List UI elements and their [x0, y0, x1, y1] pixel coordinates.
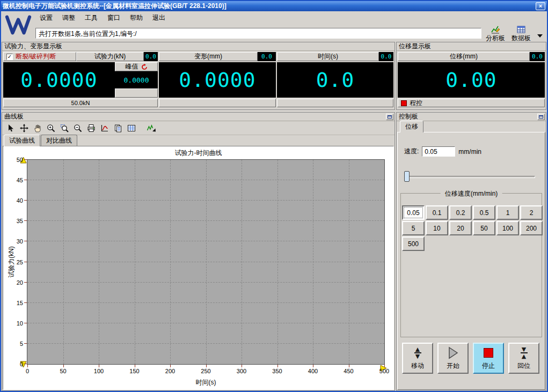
control-float-button[interactable]: [537, 114, 545, 120]
zoom-out-button[interactable]: [71, 122, 84, 134]
slider-track[interactable]: [404, 176, 535, 178]
chart-title: 试验力-时间曲线: [3, 149, 393, 158]
peak-filler: [115, 88, 158, 98]
x-tick-label: 200: [165, 368, 175, 374]
curve-setup-icon: [100, 124, 109, 132]
menu-window[interactable]: 窗口: [103, 12, 125, 24]
fracture-checkbox[interactable]: ✓ 断裂/破碎判断: [3, 52, 76, 61]
speed-preset-button[interactable]: 2: [520, 205, 543, 220]
status-bar: 共打开数据1条,当前位置为1,编号:/ 分析板: [1, 25, 547, 42]
analysis-board-button[interactable]: 分析板: [486, 25, 505, 42]
slider-thumb[interactable]: [404, 171, 410, 182]
menu-exit[interactable]: 退出: [148, 12, 170, 24]
speed-preset-button[interactable]: 0.1: [426, 205, 448, 220]
float-panel-button[interactable]: [386, 114, 393, 120]
grid-table-button[interactable]: [125, 122, 137, 134]
tab-test-curve[interactable]: 试验曲线: [4, 135, 40, 146]
analysis-board-label: 分析板: [486, 34, 505, 42]
grid-table-icon: [127, 124, 136, 132]
y-tick-mark: [24, 282, 27, 283]
force-header-value: 0.0: [144, 52, 158, 61]
pan-hand-button[interactable]: [31, 122, 43, 134]
return-button[interactable]: ▼▲ 回位: [508, 343, 539, 374]
signal-mark-button[interactable]: [145, 122, 157, 134]
menu-adjust[interactable]: 调整: [58, 12, 79, 24]
print-button[interactable]: [85, 122, 97, 134]
speed-preset-button[interactable]: 1: [496, 205, 519, 220]
grid-line-horizontal: [27, 180, 384, 180]
speed-group-title: 位移速度(mm/min): [441, 189, 502, 198]
start-button[interactable]: 开始: [437, 343, 469, 374]
displacement-header-value: 0.0: [530, 52, 545, 61]
data-board-button[interactable]: 数据板: [512, 25, 531, 42]
peak-refresh-icon[interactable]: [141, 64, 148, 70]
peak-bar: 峰值: [115, 62, 158, 71]
select-cursor-button[interactable]: [4, 122, 17, 134]
x-tick-mark: [384, 365, 385, 367]
y-tick-label: 20: [17, 279, 23, 286]
x-tick-mark: [349, 365, 349, 367]
displacement-tab-page: 速度: mm/min 位移速度(mm/min) 0.05 0.1 0.2 0.5…: [397, 132, 545, 390]
speed-preset-button[interactable]: 10: [426, 221, 448, 235]
time-value-display: 0.0: [277, 62, 393, 98]
jog-button-row: ▲▼ 移动 开始 停止 ▼▲: [402, 343, 539, 374]
speed-preset-button[interactable]: 20: [449, 221, 472, 235]
data-board-label: 数据板: [512, 34, 531, 42]
zoom-in-icon: [47, 124, 55, 132]
tab-displacement[interactable]: 位移: [400, 121, 423, 132]
data-status-field[interactable]: 共打开数据1条,当前位置为1,编号:/: [35, 28, 481, 39]
speed-preset-button[interactable]: 100: [496, 221, 519, 235]
x-tick-mark: [135, 365, 135, 367]
report-button[interactable]: [112, 122, 124, 134]
grid-line-horizontal: [27, 241, 384, 241]
time-bottom-strip: [277, 99, 393, 107]
menu-help[interactable]: 帮助: [126, 12, 147, 24]
menu-settings[interactable]: 设置: [35, 12, 57, 24]
speed-preset-button[interactable]: 0.05: [402, 205, 425, 220]
speed-preset-button[interactable]: 0.2: [449, 205, 472, 220]
speed-slider[interactable]: [404, 171, 535, 182]
title-bar[interactable]: 微机控制电子万能试验机测控系统--[金属材料室温拉伸试验(GB/T 228.1-…: [1, 1, 547, 11]
grid-line-vertical: [313, 160, 313, 364]
speed-preset-button[interactable]: 50: [473, 221, 495, 235]
stop-button[interactable]: 停止: [473, 343, 504, 374]
zoom-window-button[interactable]: [58, 122, 70, 134]
speed-preset-button[interactable]: 0.5: [473, 205, 495, 220]
grid-line-horizontal: [27, 262, 384, 262]
move-button[interactable]: ▲▼ 移动: [402, 343, 433, 374]
y-tick-label: 40: [17, 197, 23, 204]
move-crosshair-button[interactable]: [18, 122, 30, 134]
x-tick-mark: [63, 365, 64, 367]
speed-preset-button[interactable]: 200: [520, 221, 543, 235]
dropdown-arrow-icon[interactable]: [537, 34, 543, 38]
x-tick-label: 250: [201, 368, 210, 374]
close-button[interactable]: ×: [536, 2, 545, 10]
y-tick-label: 0: [20, 361, 23, 367]
fracture-checkbox-box[interactable]: ✓: [6, 54, 13, 60]
time-header: 时间(s): [277, 52, 379, 61]
y-tick-label: 25: [17, 259, 23, 265]
curve-setup-button[interactable]: [98, 122, 111, 134]
menu-tools[interactable]: 工具: [81, 12, 102, 24]
displacement-display-panel: 位移显示板 位移(mm) 0.0 0.00 程控: [396, 42, 546, 110]
zoom-window-icon: [60, 124, 69, 132]
speed-preset-button[interactable]: 500: [402, 236, 425, 251]
grid-line-vertical: [206, 160, 207, 364]
displacement-value-display: 0.00: [398, 62, 545, 98]
logo-w-icon: [5, 14, 32, 37]
plot-area[interactable]: 0501001502002503003504004505000510152025…: [27, 159, 385, 365]
zoom-in-button[interactable]: [45, 122, 57, 134]
deform-header: 变形(mm): [159, 52, 258, 61]
tab-compare-curve[interactable]: 对比曲线: [41, 135, 77, 146]
y-tick-mark: [24, 180, 27, 180]
play-icon: [447, 346, 459, 360]
y-tick-mark: [24, 323, 27, 323]
control-panel: 控制板 位移 速度: mm/min 位移速度(mm/min) 0.05 0.1: [396, 112, 546, 391]
float-window-icon: [388, 115, 392, 119]
y-tick-label: 45: [17, 177, 23, 183]
speed-input[interactable]: [422, 146, 455, 157]
grid-line-horizontal: [27, 302, 384, 303]
speed-preset-button[interactable]: 5: [402, 221, 425, 235]
x-tick-label: 100: [94, 368, 104, 374]
curve-panel-caption: 曲线板: [2, 113, 394, 121]
